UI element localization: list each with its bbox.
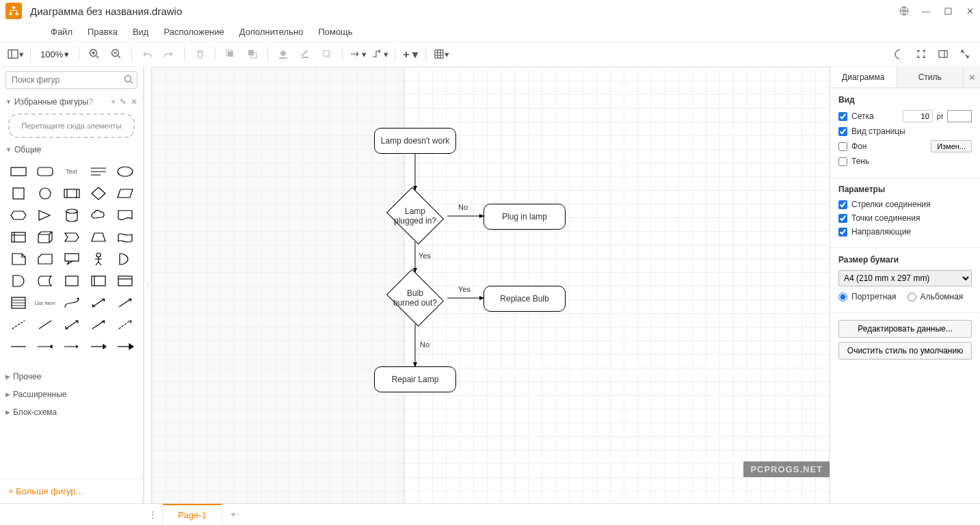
shadow-toggle-icon[interactable] [317,44,336,64]
advanced-section[interactable]: ▶ Расширенные [0,386,143,403]
shape-rect[interactable] [5,161,31,182]
grid-color-swatch[interactable] [947,110,972,122]
insert-icon[interactable]: + ▾ [401,44,420,64]
shape-internal-storage[interactable] [5,227,31,247]
pageview-checkbox[interactable] [838,127,847,136]
more-shapes-button[interactable]: + Больше фигур... [0,479,143,503]
shape-diamond[interactable] [85,183,111,204]
menu-file[interactable]: Файл [48,25,75,38]
shape-link2[interactable] [32,336,57,357]
menu-edit[interactable]: Правка [85,25,120,38]
edit-favorite-icon[interactable]: ✎ [120,97,127,107]
shape-container[interactable] [59,271,84,291]
shape-callout[interactable] [59,249,84,269]
node-replace-bulb[interactable]: Replace Bulb [484,286,566,312]
line-color-icon[interactable] [295,44,315,64]
shape-list[interactable] [5,293,31,313]
shape-note[interactable] [5,249,31,269]
globe-icon[interactable] [899,6,909,16]
shape-link3[interactable] [59,336,84,357]
shape-rounded-rect[interactable] [32,161,57,182]
add-favorite-icon[interactable]: + [111,97,116,107]
shape-hexagon[interactable] [5,205,31,226]
tab-style[interactable]: Стиль [897,67,964,88]
landscape-radio[interactable] [908,293,916,301]
shape-trapezoid[interactable] [85,227,111,247]
favorites-dropzone[interactable]: Перетащите сюда элементы [8,113,135,138]
shape-link1[interactable] [5,336,31,357]
shape-textbox[interactable] [85,161,111,182]
maximize-icon[interactable] [943,6,953,16]
node-decision-bulb[interactable]: Bulb burned out? [383,272,447,324]
common-section[interactable]: ▼ Общие [0,141,143,159]
shape-circle[interactable] [32,183,57,204]
grid-checkbox[interactable] [838,112,847,121]
shape-card[interactable] [32,249,57,269]
edit-data-button[interactable]: Редактировать данные... [838,320,972,338]
expand-icon[interactable] [955,44,975,64]
shape-arrow[interactable] [112,293,137,313]
zoom-dropdown[interactable]: 100% ▾ [36,49,73,59]
fill-color-icon[interactable] [274,44,293,64]
shape-document[interactable] [112,205,137,226]
zoom-out-icon[interactable] [107,44,126,64]
shape-link5[interactable] [112,336,137,357]
shape-data-storage[interactable] [32,271,57,291]
shape-dashed[interactable] [5,314,31,335]
background-checkbox[interactable] [838,142,847,151]
redo-icon[interactable] [159,44,178,64]
shape-line-bidir[interactable] [59,314,84,335]
shape-text[interactable]: Text [59,161,84,182]
minimize-icon[interactable]: — [921,6,931,16]
splitter-handle[interactable]: ⋮ [144,67,152,503]
zoom-in-icon[interactable] [85,44,104,64]
fullscreen-icon[interactable] [912,44,931,64]
shape-parallelogram[interactable] [112,183,137,204]
add-page-icon[interactable]: + [222,504,244,525]
shape-dash-arrow[interactable] [112,314,137,335]
delete-icon[interactable] [190,44,209,64]
undo-icon[interactable] [137,44,157,64]
shape-tape[interactable] [112,227,137,247]
close-icon[interactable]: ✕ [965,6,975,16]
clear-style-button[interactable]: Очистить стиль по умолчанию [838,342,972,360]
favorites-section[interactable]: ▼ Избранные фигуры? + ✎ ✕ [0,93,143,111]
portrait-radio[interactable] [838,293,847,301]
shape-list-item[interactable]: List Item [32,293,57,313]
shape-curve[interactable] [59,293,84,313]
menu-extras[interactable]: Дополнительно [237,25,306,38]
shape-square[interactable] [5,183,31,204]
shape-thin-arrow[interactable] [85,314,111,335]
view-icon[interactable]: ▾ [5,44,25,64]
shape-ellipse[interactable] [112,161,137,182]
shape-search[interactable] [5,71,137,89]
tab-diagram[interactable]: Диаграмма [830,67,897,88]
search-input[interactable] [5,71,137,89]
table-icon[interactable]: ▾ [432,44,451,64]
to-back-icon[interactable] [243,44,262,64]
shape-step[interactable] [59,227,84,247]
shape-cube[interactable] [32,227,57,247]
shape-line[interactable] [32,314,57,335]
canvas[interactable]: Lamp doesn't work Lamp plugged in? Plug … [152,67,830,503]
page-menu-icon[interactable]: ⋮ [144,504,163,525]
grid-size-input[interactable] [903,110,933,122]
node-repair[interactable]: Repair Lamp [374,366,456,392]
change-bg-button[interactable]: Измен... [931,140,972,152]
shape-and[interactable] [5,271,31,291]
page-tab-1[interactable]: Page-1 [163,504,222,525]
flowchart-section[interactable]: ▶ Блок-схема [0,403,143,421]
node-plug-in[interactable]: Plug in lamp [484,204,566,230]
conn-points-checkbox[interactable] [838,214,847,223]
theme-icon[interactable] [890,44,909,64]
shape-bidir-arrow[interactable] [85,293,111,313]
menu-view[interactable]: Вид [130,25,152,38]
close-favorite-icon[interactable]: ✕ [131,97,137,107]
shape-hcontainer[interactable] [85,271,111,291]
close-panel-icon[interactable]: ✕ [964,67,980,88]
shape-actor[interactable] [85,249,111,269]
to-front-icon[interactable] [221,44,240,64]
paper-size-select[interactable]: A4 (210 mm x 297 mm) [838,270,972,286]
waypoint-icon[interactable]: ▾ [370,44,389,64]
guides-checkbox[interactable] [838,228,847,237]
